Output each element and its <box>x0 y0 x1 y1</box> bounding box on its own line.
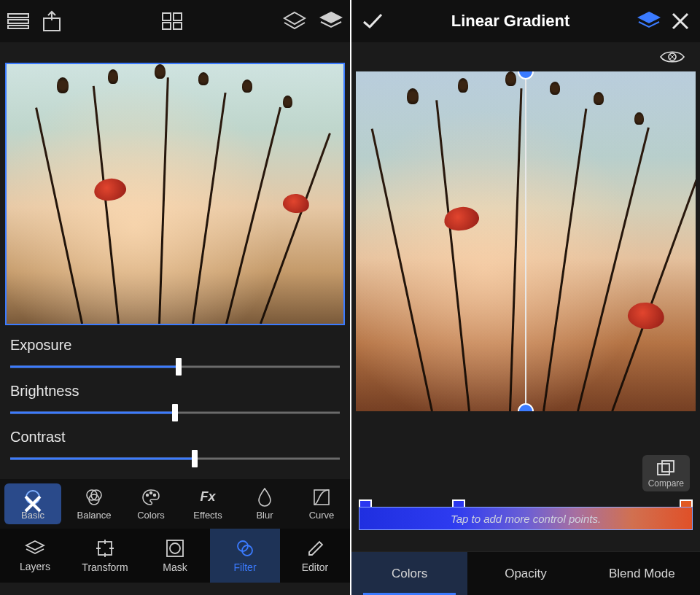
title-bar: Linear Gradient <box>351 0 700 42</box>
share-icon[interactable] <box>42 10 61 32</box>
slider-contrast-track[interactable] <box>10 451 340 466</box>
gradient-editor: Tap to add more control points. <box>351 507 700 530</box>
filter-tab-label: Effects <box>193 510 222 521</box>
confirm-icon[interactable] <box>362 12 384 30</box>
layer-outline-icon[interactable] <box>283 11 306 31</box>
grid-icon[interactable] <box>162 12 182 30</box>
nav-editor[interactable]: Editor <box>280 529 350 583</box>
image-canvas[interactable] <box>356 71 696 411</box>
compare-label: Compare <box>648 478 684 489</box>
filter-tab-blur[interactable]: Blur <box>236 479 293 529</box>
filter-tab-basic[interactable]: Basic <box>4 483 61 524</box>
slider-label: Contrast <box>10 429 340 446</box>
filter-tab-label: Colors <box>137 510 165 521</box>
basic-icon <box>24 488 42 507</box>
nav-label: Transform <box>82 561 128 573</box>
gradient-property-tabs: Colors Opacity Blend Mode <box>351 551 700 595</box>
panel-title: Linear Gradient <box>394 12 627 31</box>
slider-brightness: Brightness <box>10 383 340 420</box>
slider-exposure: Exposure <box>10 337 340 374</box>
filter-tab-colors[interactable]: Colors <box>122 479 179 529</box>
tab-label: Colors <box>392 567 427 581</box>
visibility-row <box>351 42 700 71</box>
top-toolbar <box>0 0 350 42</box>
svg-point-18 <box>170 543 180 553</box>
sliders-section: Exposure Brightness Contrast <box>0 330 350 479</box>
nav-layers[interactable]: Layers <box>0 529 70 583</box>
fx-icon: Fx <box>200 488 215 507</box>
nav-label: Mask <box>163 561 187 573</box>
slider-brightness-track[interactable] <box>10 405 340 420</box>
filter-tab-balance[interactable]: Balance <box>66 479 122 529</box>
canvas-area <box>0 42 350 330</box>
svg-rect-6 <box>163 23 171 29</box>
svg-point-8 <box>26 491 39 504</box>
palette-icon <box>141 488 160 507</box>
svg-point-12 <box>147 494 149 496</box>
nav-transform[interactable]: Transform <box>70 529 140 583</box>
nav-label: Editor <box>302 561 329 573</box>
svg-rect-5 <box>174 13 182 20</box>
compare-button[interactable]: Compare <box>642 455 690 491</box>
eye-icon[interactable] <box>659 49 685 65</box>
filter-category-tabs: Basic Balance Colors Fx Effects Blur <box>0 479 350 529</box>
svg-point-14 <box>154 494 156 496</box>
nav-label: Layers <box>20 561 50 572</box>
editor-panel-right: Linear Gradient <box>350 0 700 595</box>
editor-panel-left: Exposure Brightness Contrast <box>0 0 350 595</box>
menu-list-icon[interactable] <box>7 13 29 29</box>
layers-icon[interactable] <box>319 11 343 31</box>
svg-point-13 <box>150 491 152 494</box>
filter-tab-label: Curve <box>309 510 335 521</box>
slider-label: Brightness <box>10 383 340 400</box>
filter-tab-curve[interactable]: Curve <box>293 479 350 529</box>
tab-blend-mode[interactable]: Blend Mode <box>584 552 700 595</box>
gradient-bar[interactable]: Tap to add more control points. <box>359 507 693 530</box>
layers-highlight-icon[interactable] <box>637 11 661 31</box>
tab-label: Opacity <box>505 567 547 581</box>
gradient-hint: Tap to add more control points. <box>451 513 601 525</box>
slider-label: Exposure <box>10 337 340 354</box>
svg-rect-7 <box>174 23 182 29</box>
balance-icon <box>85 488 104 507</box>
nav-label: Filter <box>233 561 256 573</box>
close-icon[interactable] <box>671 12 690 31</box>
filter-tab-label: Blur <box>256 510 273 521</box>
slider-contrast: Contrast <box>10 429 340 466</box>
bottom-nav: Layers Transform Mask Filter Editor <box>0 529 350 583</box>
tab-colors[interactable]: Colors <box>351 552 467 595</box>
svg-rect-1 <box>8 20 28 23</box>
filter-tab-effects[interactable]: Fx Effects <box>179 479 236 529</box>
filter-tab-label: Basic <box>21 510 44 521</box>
svg-rect-0 <box>8 14 28 18</box>
svg-rect-22 <box>658 464 669 475</box>
drop-icon <box>257 488 272 507</box>
canvas-area <box>351 71 700 416</box>
tab-opacity[interactable]: Opacity <box>467 552 583 595</box>
gradient-guide-line <box>525 71 526 411</box>
svg-rect-23 <box>662 461 674 472</box>
svg-rect-2 <box>8 26 28 28</box>
nav-filter[interactable]: Filter <box>210 529 280 583</box>
svg-rect-4 <box>163 13 171 20</box>
image-canvas[interactable] <box>5 63 345 325</box>
tab-label: Blend Mode <box>609 567 675 581</box>
slider-exposure-track[interactable] <box>10 359 340 374</box>
curve-icon <box>313 488 330 507</box>
nav-mask[interactable]: Mask <box>140 529 210 583</box>
filter-tab-label: Balance <box>77 510 112 521</box>
